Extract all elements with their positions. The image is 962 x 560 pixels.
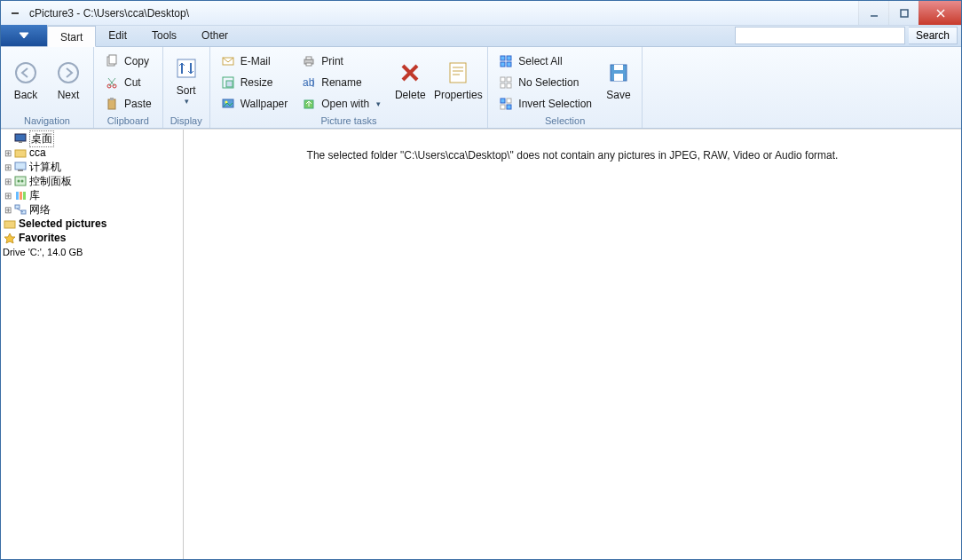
svg-rect-36 — [501, 56, 505, 60]
search-input[interactable] — [736, 28, 904, 43]
arrow-left-icon — [13, 60, 38, 85]
copy-button[interactable]: Copy — [101, 52, 155, 70]
svg-rect-53 — [15, 150, 26, 157]
no-selection-icon — [499, 75, 513, 90]
svg-marker-66 — [4, 233, 15, 243]
delete-button[interactable]: Delete — [388, 49, 432, 113]
svg-rect-49 — [614, 65, 623, 70]
svg-rect-47 — [507, 105, 511, 109]
svg-rect-56 — [15, 177, 26, 185]
tree-item-cca[interactable]: ⊞ cca — [1, 146, 183, 160]
svg-rect-44 — [501, 99, 505, 103]
svg-rect-55 — [18, 170, 23, 171]
resize-button[interactable]: Resize — [217, 74, 292, 91]
svg-line-12 — [109, 78, 115, 86]
group-clipboard: Copy Cut Paste Clipboard — [94, 47, 163, 128]
svg-rect-50 — [614, 74, 623, 81]
maximize-button[interactable] — [888, 1, 919, 25]
tree-item-computer[interactable]: ⊞ 计算机 — [1, 160, 183, 174]
resize-icon — [221, 75, 235, 90]
folder-icon — [3, 217, 17, 230]
svg-marker-5 — [20, 33, 28, 38]
email-button[interactable]: E-Mail — [217, 52, 292, 70]
monitor-icon — [13, 132, 28, 145]
svg-rect-41 — [507, 77, 511, 82]
svg-point-6 — [16, 63, 35, 83]
select-all-icon — [499, 54, 513, 68]
control-panel-icon — [13, 175, 28, 187]
scissors-icon — [105, 75, 119, 90]
star-icon — [3, 232, 17, 244]
group-label-navigation: Navigation — [4, 114, 90, 128]
group-picture-tasks: E-Mail Resize Wallpaper Print — [210, 47, 489, 128]
main-pane: The selected folder "C:\Users\cca\Deskto… — [184, 130, 961, 559]
window-title: cPicture3 - C:\Users\cca\Desktop\ — [29, 7, 189, 20]
tree-item-libraries[interactable]: ⊞ 库 — [1, 188, 183, 202]
group-label-clipboard: Clipboard — [98, 114, 159, 128]
tree-item-control-panel[interactable]: ⊞ 控制面板 — [1, 174, 183, 188]
sort-button[interactable]: Sort ▾ — [167, 49, 206, 113]
chevron-down-icon: ▾ — [185, 97, 189, 106]
svg-rect-59 — [16, 192, 19, 200]
select-all-button[interactable]: Select All — [495, 52, 595, 70]
empty-folder-message: The selected folder "C:\Users\cca\Deskto… — [307, 149, 839, 559]
content-area: 桌面 ⊞ cca ⊞ 计算机 ⊞ 控制面板 ⊞ 库 — [1, 129, 961, 559]
paste-button[interactable]: Paste — [101, 95, 155, 113]
tab-start[interactable]: Start — [47, 26, 96, 47]
folder-tree[interactable]: 桌面 ⊞ cca ⊞ 计算机 ⊞ 控制面板 ⊞ 库 — [1, 130, 184, 559]
svg-rect-63 — [21, 210, 26, 214]
clipboard-icon — [105, 97, 119, 111]
rename-button[interactable]: ab Rename — [298, 74, 384, 91]
svg-rect-52 — [19, 141, 22, 143]
next-button[interactable]: Next — [47, 49, 90, 113]
svg-rect-42 — [501, 83, 505, 88]
svg-line-13 — [108, 78, 114, 86]
svg-rect-51 — [15, 134, 26, 141]
group-navigation: Back Next Navigation — [1, 47, 94, 128]
folder-user-icon — [13, 146, 28, 159]
app-menu-icon[interactable] — [6, 4, 24, 22]
tab-edit[interactable]: Edit — [96, 25, 139, 46]
svg-rect-32 — [450, 63, 466, 83]
tree-item-network[interactable]: ⊞ 网络 — [1, 202, 183, 217]
library-icon — [13, 189, 28, 201]
svg-point-58 — [21, 180, 24, 183]
close-button[interactable] — [919, 1, 961, 25]
save-button[interactable]: Save — [599, 49, 638, 113]
svg-point-7 — [59, 63, 78, 83]
svg-rect-9 — [109, 55, 116, 64]
svg-rect-54 — [15, 162, 26, 170]
cut-button[interactable]: Cut — [101, 74, 155, 91]
network-icon — [13, 203, 28, 216]
tab-other[interactable]: Other — [189, 25, 240, 46]
svg-rect-39 — [507, 62, 511, 67]
rename-icon: ab — [302, 75, 316, 90]
tree-item-selected-pictures[interactable]: Selected pictures — [1, 217, 183, 231]
print-button[interactable]: Print — [298, 52, 384, 70]
ribbon: Back Next Navigation Copy — [1, 47, 961, 129]
tree-item-favorites[interactable]: Favorites — [1, 231, 183, 245]
save-icon — [606, 60, 631, 85]
app-window: cPicture3 - C:\Users\cca\Desktop\ Start … — [0, 0, 962, 560]
tab-tools[interactable]: Tools — [139, 25, 189, 46]
properties-button[interactable]: Properties — [432, 49, 484, 113]
svg-point-57 — [18, 180, 20, 183]
wallpaper-button[interactable]: Wallpaper — [217, 95, 292, 113]
search-button[interactable]: Search — [909, 27, 958, 44]
printer-icon — [302, 54, 316, 68]
minimize-button[interactable] — [858, 1, 888, 25]
svg-rect-25 — [306, 57, 311, 59]
tree-item-desktop[interactable]: 桌面 — [1, 131, 183, 146]
mail-icon — [221, 54, 235, 68]
svg-rect-0 — [12, 12, 19, 14]
delete-icon — [398, 60, 422, 85]
no-selection-button[interactable]: No Selection — [495, 74, 595, 91]
svg-rect-65 — [4, 221, 15, 228]
svg-rect-14 — [108, 99, 115, 109]
group-label-selection: Selection — [492, 114, 638, 128]
open-with-button[interactable]: Open with▾ — [298, 95, 384, 113]
app-button[interactable] — [1, 25, 47, 46]
invert-selection-icon — [499, 97, 513, 111]
invert-selection-button[interactable]: Invert Selection — [495, 95, 595, 113]
back-button[interactable]: Back — [4, 49, 47, 113]
